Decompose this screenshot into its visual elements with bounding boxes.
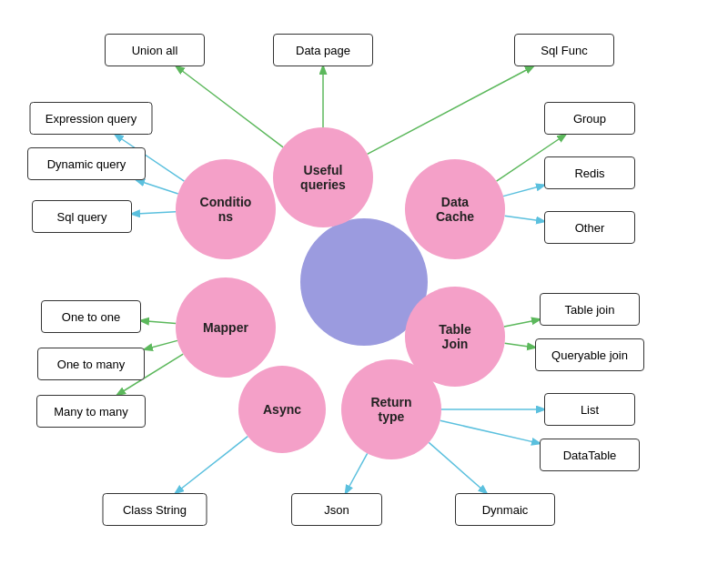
svg-line-13 (505, 216, 544, 221)
svg-line-8 (505, 343, 535, 348)
box-sql-query: Sql query (32, 200, 132, 233)
svg-line-16 (346, 453, 368, 493)
box-json: Json (291, 493, 382, 526)
box-one-to-many: One to many (37, 348, 145, 380)
box-data-page: Data page (273, 34, 373, 66)
svg-line-18 (176, 437, 248, 493)
box-redis: Redis (544, 156, 635, 189)
box-one-to-one: One to one (41, 300, 141, 333)
svg-line-15 (440, 420, 540, 443)
circle-conditions: Conditions (176, 159, 276, 259)
svg-line-17 (429, 442, 486, 493)
box-group: Group (544, 102, 635, 135)
box-expression-query: Expression query (30, 102, 153, 135)
svg-line-2 (368, 66, 533, 154)
box-class-string: Class String (103, 493, 207, 526)
circle-mapper: Mapper (176, 277, 276, 378)
svg-line-5 (145, 340, 177, 349)
box-dynmaic: Dynmaic (455, 493, 555, 526)
svg-line-7 (504, 319, 540, 327)
svg-line-12 (503, 186, 544, 197)
circle-useful-queries: Usefulqueries (273, 127, 373, 227)
circle-async: Async (238, 366, 326, 453)
svg-line-4 (141, 320, 176, 323)
svg-line-0 (177, 66, 283, 147)
mind-map-diagram: UsefulqueriesConditionsDataCacheTableJoi… (0, 0, 728, 585)
svg-line-11 (132, 212, 176, 214)
box-union-all: Union all (105, 34, 205, 66)
box-sql-func: Sql Func (514, 34, 614, 66)
circle-data-cache: DataCache (405, 159, 505, 259)
box-dynamic-query: Dynamic query (27, 147, 146, 180)
box-datatable: DataTable (540, 439, 640, 471)
box-other: Other (544, 211, 635, 244)
box-table-join-box: Table join (540, 293, 640, 326)
box-queryable-join: Queryable join (535, 338, 644, 371)
svg-line-10 (136, 180, 178, 194)
box-many-to-many: Many to many (36, 395, 146, 428)
circle-return-type: Returntype (341, 359, 441, 459)
box-list: List (544, 393, 635, 426)
